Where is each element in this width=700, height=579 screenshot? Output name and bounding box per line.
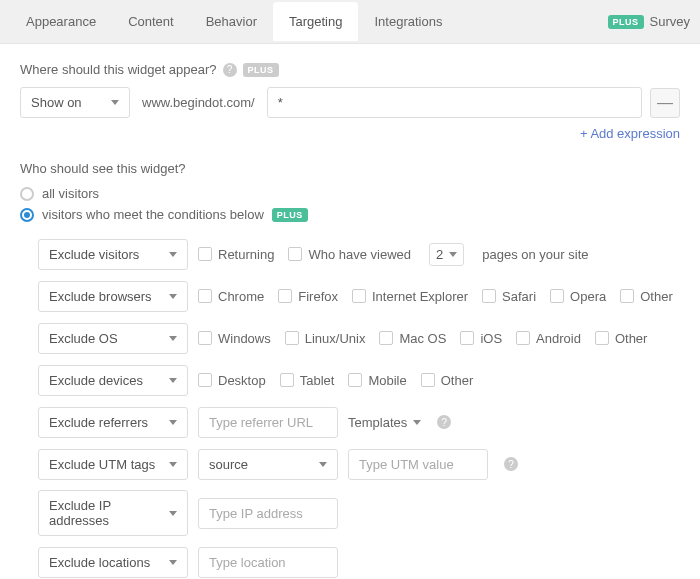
chevron-down-icon bbox=[111, 100, 119, 105]
plus-badge-gray: PLUS bbox=[243, 63, 279, 77]
chk-returning[interactable]: Returning bbox=[198, 247, 274, 262]
chevron-down-icon bbox=[169, 378, 177, 383]
show-on-select[interactable]: Show on bbox=[20, 87, 130, 118]
chk-device-other[interactable]: Other bbox=[421, 373, 474, 388]
exclude-os-select[interactable]: Exclude OS bbox=[38, 323, 188, 354]
chevron-down-icon bbox=[319, 462, 327, 467]
tab-targeting[interactable]: Targeting bbox=[273, 2, 358, 41]
chevron-down-icon bbox=[169, 462, 177, 467]
domain-label: www.begindot.com/ bbox=[138, 95, 259, 110]
chk-os-android[interactable]: Android bbox=[516, 331, 581, 346]
plus-badge: PLUS bbox=[608, 15, 644, 29]
chk-browser-opera[interactable]: Opera bbox=[550, 289, 606, 304]
chk-browser-chrome[interactable]: Chrome bbox=[198, 289, 264, 304]
referrer-url-input[interactable] bbox=[198, 407, 338, 438]
chk-device-tablet[interactable]: Tablet bbox=[280, 373, 335, 388]
exclude-locations-select[interactable]: Exclude locations bbox=[38, 547, 188, 578]
chevron-down-icon bbox=[169, 560, 177, 565]
chk-os-macos[interactable]: Mac OS bbox=[379, 331, 446, 346]
tab-content[interactable]: Content bbox=[112, 2, 190, 41]
radio-all-visitors[interactable]: all visitors bbox=[20, 186, 680, 201]
chk-os-other[interactable]: Other bbox=[595, 331, 648, 346]
chk-who-viewed[interactable]: Who have viewed bbox=[288, 247, 411, 262]
chk-os-ios[interactable]: iOS bbox=[460, 331, 502, 346]
help-icon[interactable]: ? bbox=[223, 63, 237, 77]
tab-behavior[interactable]: Behavior bbox=[190, 2, 273, 41]
radio-icon bbox=[20, 208, 34, 222]
radio-icon bbox=[20, 187, 34, 201]
ip-input[interactable] bbox=[198, 498, 338, 529]
templates-dropdown[interactable]: Templates bbox=[348, 415, 421, 430]
exclude-browsers-select[interactable]: Exclude browsers bbox=[38, 281, 188, 312]
chevron-down-icon bbox=[169, 294, 177, 299]
survey-label: Survey bbox=[650, 14, 690, 29]
chevron-down-icon bbox=[169, 420, 177, 425]
location-input[interactable] bbox=[198, 547, 338, 578]
chk-browser-safari[interactable]: Safari bbox=[482, 289, 536, 304]
radio-conditions[interactable]: visitors who meet the conditions below P… bbox=[20, 207, 680, 222]
tabs-bar: Appearance Content Behavior Targeting In… bbox=[0, 0, 700, 44]
section-who-title: Who should see this widget? bbox=[20, 161, 680, 176]
exclude-ip-select[interactable]: Exclude IP addresses bbox=[38, 490, 188, 536]
exclude-referrers-select[interactable]: Exclude referrers bbox=[38, 407, 188, 438]
exclude-visitors-select[interactable]: Exclude visitors bbox=[38, 239, 188, 270]
exclude-utm-select[interactable]: Exclude UTM tags bbox=[38, 449, 188, 480]
chk-browser-internetexplorer[interactable]: Internet Explorer bbox=[352, 289, 468, 304]
plus-badge: PLUS bbox=[272, 208, 308, 222]
utm-source-select[interactable]: source bbox=[198, 449, 338, 480]
url-pattern-input[interactable] bbox=[267, 87, 642, 118]
help-icon[interactable]: ? bbox=[437, 415, 451, 429]
chk-browser-firefox[interactable]: Firefox bbox=[278, 289, 338, 304]
tab-appearance[interactable]: Appearance bbox=[10, 2, 112, 41]
exclude-devices-select[interactable]: Exclude devices bbox=[38, 365, 188, 396]
chk-device-desktop[interactable]: Desktop bbox=[198, 373, 266, 388]
remove-rule-button[interactable]: — bbox=[650, 88, 680, 118]
chevron-down-icon bbox=[169, 336, 177, 341]
help-icon[interactable]: ? bbox=[504, 457, 518, 471]
section-where-title: Where should this widget appear? ? PLUS bbox=[20, 62, 680, 77]
chk-browser-other[interactable]: Other bbox=[620, 289, 673, 304]
chk-os-linuxunix[interactable]: Linux/Unix bbox=[285, 331, 366, 346]
chk-device-mobile[interactable]: Mobile bbox=[348, 373, 406, 388]
pages-suffix: pages on your site bbox=[482, 247, 588, 262]
page-count-select[interactable]: 2 bbox=[429, 243, 464, 266]
utm-value-input[interactable] bbox=[348, 449, 488, 480]
chevron-down-icon bbox=[413, 420, 421, 425]
chevron-down-icon bbox=[169, 511, 177, 516]
chk-os-windows[interactable]: Windows bbox=[198, 331, 271, 346]
add-expression-link[interactable]: + Add expression bbox=[580, 126, 680, 141]
chevron-down-icon bbox=[449, 252, 457, 257]
chevron-down-icon bbox=[169, 252, 177, 257]
tab-integrations[interactable]: Integrations bbox=[358, 2, 458, 41]
